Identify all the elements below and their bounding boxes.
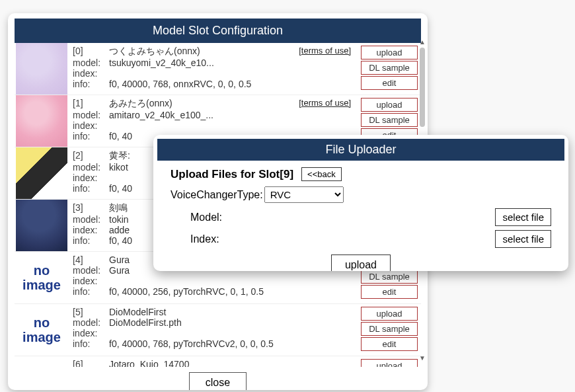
info-value: f0, 40000, 768, onnxRVC, 0, 0, 0.5 [109, 79, 251, 89]
info-value: f0, 40 [109, 131, 132, 141]
index-label: index: [73, 276, 109, 286]
model-label: model: [73, 58, 109, 68]
slot-thumbnail: no image [15, 252, 69, 303]
info-value: f0, 40 [109, 235, 132, 246]
slot-thumbnail [15, 43, 69, 95]
dlsample-button[interactable]: DL sample [361, 113, 418, 127]
slot-number: [3] [73, 202, 109, 213]
edit-button[interactable]: edit [361, 337, 418, 351]
info-label: info: [73, 286, 109, 297]
slot-thumbnail [15, 95, 69, 147]
edit-button[interactable]: edit [361, 285, 418, 299]
info-label: info: [73, 235, 109, 246]
info-label: info: [73, 79, 109, 89]
slot-buttons: uploadDL sampleedit [358, 356, 421, 367]
slot-name: 黄琴: [109, 150, 130, 161]
scroll-up-icon[interactable]: ▲ [418, 38, 426, 46]
avatar-image [16, 200, 67, 251]
no-image-label: no image [15, 263, 69, 292]
file-uploader-dialog: File Uploader Upload Files for Slot[9] <… [153, 135, 568, 271]
info-label: info: [73, 183, 109, 194]
info-value: f0, 40000, 256, pyTorchRVC, 0, 1, 0.5 [109, 286, 264, 297]
model-label: model: [73, 162, 109, 173]
upload-button[interactable]: upload [361, 359, 418, 367]
slot-thumbnail: no image [15, 304, 69, 356]
vct-label: VoiceChangerType: [171, 189, 263, 201]
upload-button[interactable]: upload [331, 255, 391, 271]
uploader-title: File Uploader [157, 139, 564, 161]
model-value: tokin [109, 214, 129, 225]
dlsample-button[interactable]: DL sample [361, 322, 418, 336]
model-value: kikot [109, 162, 128, 173]
close-row: close [8, 367, 428, 390]
upload-button[interactable]: upload [361, 46, 418, 59]
info-value: f0, 40 [109, 183, 132, 194]
info-label: info: [73, 131, 109, 141]
model-label: model: [73, 110, 109, 120]
avatar-image [16, 43, 67, 95]
uploader-heading: Upload Files for Slot[9] [171, 168, 293, 181]
terms-of-use-link[interactable]: [terms of use] [299, 46, 351, 56]
model-label: model: [73, 265, 109, 276]
slot-name: DioModelFirst [109, 307, 166, 317]
select-index-file-button[interactable]: select file [495, 230, 551, 248]
model-value: DioModelFirst.pth [109, 317, 182, 328]
slot-name: あみたろ(onnx) [109, 98, 172, 108]
slot-name: 刻鳴 [109, 202, 128, 213]
info-label: info: [73, 338, 109, 349]
slot-name: Gura [109, 255, 130, 265]
info-value: f0, 40000, 768, pyTorchRVCv2, 0, 0, 0.5 [109, 338, 274, 349]
slot-number: [1] [73, 98, 109, 108]
slot-row: [0]つくよみちゃん(onnx)model:tsukuyomi_v2_40k_e… [15, 43, 421, 95]
avatar-image [16, 95, 67, 147]
index-file-label: Index: [190, 233, 237, 245]
slot-number: [4] [73, 255, 109, 265]
slot-thumbnail: no image [15, 356, 69, 367]
model-file-label: Model: [190, 212, 237, 223]
slot-thumbnail [15, 200, 69, 251]
scroll-thumb[interactable] [420, 48, 425, 127]
slot-name: つくよみちゃん(onnx) [109, 46, 200, 56]
close-button[interactable]: close [189, 372, 247, 390]
slot-row: no image[6]Jotaro_Kujo_14700model:Jotaro… [15, 356, 421, 367]
slot-number: [0] [73, 46, 109, 56]
terms-of-use-link[interactable]: [terms of use] [299, 98, 351, 108]
edit-button[interactable]: edit [361, 76, 418, 90]
select-model-file-button[interactable]: select file [495, 208, 551, 226]
upload-button[interactable]: upload [361, 98, 418, 112]
no-image-label: no image [15, 315, 69, 344]
model-label: model: [73, 317, 109, 328]
index-label: index: [73, 120, 109, 131]
slot-info: [6]Jotaro_Kujo_14700model:Jotaro_Kujo_14… [69, 356, 358, 367]
avatar-image [16, 147, 67, 199]
slot-number: [5] [73, 307, 109, 317]
dlsample-button[interactable]: DL sample [361, 61, 418, 75]
back-button[interactable]: <<back [301, 167, 342, 181]
slot-row: no image[5]DioModelFirstmodel:DioModelFi… [15, 304, 421, 356]
slot-number: [6] [73, 359, 109, 367]
voice-changer-type-select[interactable]: RVC [264, 186, 344, 203]
slot-buttons: uploadDL sampleedit [358, 43, 421, 95]
upload-button[interactable]: upload [361, 307, 418, 321]
scroll-down-icon[interactable]: ▼ [418, 354, 426, 362]
index-label: index: [73, 173, 109, 183]
index-label: index: [73, 328, 109, 338]
model-value: Gura [109, 265, 130, 276]
model-value: amitaro_v2_40k_e100_... [109, 110, 213, 120]
index-value: adde [109, 225, 130, 235]
dlsample-button[interactable]: DL sample [361, 270, 418, 284]
index-label: index: [73, 225, 109, 235]
slot-number: [2] [73, 150, 109, 161]
slot-info: [5]DioModelFirstmodel:DioModelFirst.pthi… [69, 304, 358, 356]
panel-title: Model Slot Configuration [15, 19, 421, 43]
slot-info: [0]つくよみちゃん(onnx)model:tsukuyomi_v2_40k_e… [69, 43, 358, 95]
slot-buttons: uploadDL sampleedit [358, 304, 421, 356]
model-label: model: [73, 214, 109, 225]
slot-thumbnail [15, 147, 69, 199]
index-label: index: [73, 68, 109, 79]
slot-name: Jotaro_Kujo_14700 [109, 359, 189, 367]
uploader-body: Upload Files for Slot[9] <<back VoiceCha… [157, 161, 564, 271]
model-value: tsukuyomi_v2_40k_e10... [109, 58, 214, 68]
